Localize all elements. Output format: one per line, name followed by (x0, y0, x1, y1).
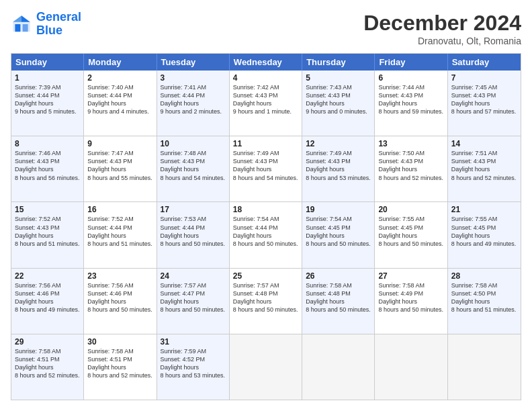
day-cell-6: 6Sunrise: 7:44 AMSunset: 4:43 PMDaylight… (375, 71, 447, 136)
day-cell-31: 31Sunrise: 7:59 AMSunset: 4:52 PMDayligh… (157, 334, 230, 400)
day-info: Sunrise: 7:47 AMSunset: 4:43 PMDaylight … (87, 149, 152, 182)
day-number: 31 (161, 337, 226, 347)
month-title: December 2024 (363, 11, 521, 36)
day-info: Sunrise: 7:49 AMSunset: 4:43 PMDaylight … (306, 149, 371, 182)
calendar-row-1: 1Sunrise: 7:39 AMSunset: 4:44 PMDaylight… (11, 71, 521, 136)
empty-cell (302, 334, 375, 400)
day-number: 28 (451, 271, 517, 281)
day-info: Sunrise: 7:39 AMSunset: 4:44 PMDaylight … (15, 83, 80, 116)
day-number: 15 (15, 205, 80, 214)
day-info: Sunrise: 7:50 AMSunset: 4:43 PMDaylight … (378, 149, 443, 182)
day-cell-18: 18Sunrise: 7:54 AMSunset: 4:44 PMDayligh… (230, 202, 302, 267)
day-cell-10: 10Sunrise: 7:48 AMSunset: 4:43 PMDayligh… (157, 136, 230, 201)
day-number: 3 (161, 73, 226, 83)
title-block: December 2024 Dranovatu, Olt, Romania (363, 11, 521, 46)
calendar-row-2: 8Sunrise: 7:46 AMSunset: 4:43 PMDaylight… (11, 136, 521, 201)
day-header-saturday: Saturday (448, 54, 521, 71)
day-cell-7: 7Sunrise: 7:45 AMSunset: 4:43 PMDaylight… (448, 71, 521, 136)
empty-cell (230, 334, 302, 400)
empty-cell (375, 334, 447, 400)
day-number: 30 (87, 337, 152, 347)
day-number: 4 (233, 73, 298, 83)
day-info: Sunrise: 7:43 AMSunset: 4:43 PMDaylight … (306, 83, 371, 116)
day-number: 17 (161, 205, 226, 214)
day-cell-29: 29Sunrise: 7:58 AMSunset: 4:51 PMDayligh… (11, 334, 84, 400)
day-info: Sunrise: 7:58 AMSunset: 4:51 PMDaylight … (87, 347, 152, 380)
day-cell-17: 17Sunrise: 7:53 AMSunset: 4:44 PMDayligh… (157, 202, 230, 267)
calendar-header: SundayMondayTuesdayWednesdayThursdayFrid… (11, 54, 521, 71)
day-cell-19: 19Sunrise: 7:54 AMSunset: 4:45 PMDayligh… (302, 202, 375, 267)
day-header-wednesday: Wednesday (230, 54, 302, 71)
day-number: 27 (378, 271, 443, 281)
day-cell-20: 20Sunrise: 7:55 AMSunset: 4:45 PMDayligh… (375, 202, 447, 267)
day-number: 19 (306, 205, 371, 214)
day-cell-13: 13Sunrise: 7:50 AMSunset: 4:43 PMDayligh… (375, 136, 447, 201)
day-info: Sunrise: 7:52 AMSunset: 4:43 PMDaylight … (15, 215, 80, 248)
day-info: Sunrise: 7:46 AMSunset: 4:43 PMDaylight … (15, 149, 80, 182)
day-cell-14: 14Sunrise: 7:51 AMSunset: 4:43 PMDayligh… (448, 136, 521, 201)
day-header-tuesday: Tuesday (157, 54, 230, 71)
day-info: Sunrise: 7:56 AMSunset: 4:46 PMDaylight … (87, 281, 152, 314)
day-info: Sunrise: 7:55 AMSunset: 4:45 PMDaylight … (451, 215, 517, 248)
svg-marker-2 (13, 15, 21, 22)
day-cell-25: 25Sunrise: 7:57 AMSunset: 4:48 PMDayligh… (230, 269, 302, 334)
day-cell-4: 4Sunrise: 7:42 AMSunset: 4:43 PMDaylight… (230, 71, 302, 136)
day-info: Sunrise: 7:58 AMSunset: 4:50 PMDaylight … (451, 281, 517, 314)
day-header-sunday: Sunday (11, 54, 84, 71)
day-number: 2 (87, 73, 152, 83)
day-number: 20 (378, 205, 443, 214)
calendar: SundayMondayTuesdayWednesdayThursdayFrid… (11, 53, 521, 400)
day-number: 9 (87, 139, 152, 148)
day-cell-11: 11Sunrise: 7:49 AMSunset: 4:43 PMDayligh… (230, 136, 302, 201)
day-cell-9: 9Sunrise: 7:47 AMSunset: 4:43 PMDaylight… (84, 136, 157, 201)
day-cell-21: 21Sunrise: 7:55 AMSunset: 4:45 PMDayligh… (448, 202, 521, 267)
day-info: Sunrise: 7:45 AMSunset: 4:43 PMDaylight … (451, 83, 517, 116)
day-cell-8: 8Sunrise: 7:46 AMSunset: 4:43 PMDaylight… (11, 136, 84, 201)
day-cell-23: 23Sunrise: 7:56 AMSunset: 4:46 PMDayligh… (84, 269, 157, 334)
day-info: Sunrise: 7:58 AMSunset: 4:49 PMDaylight … (378, 281, 443, 314)
day-number: 8 (15, 139, 80, 148)
day-cell-27: 27Sunrise: 7:58 AMSunset: 4:49 PMDayligh… (375, 269, 447, 334)
day-number: 7 (451, 73, 517, 83)
day-number: 25 (233, 271, 298, 281)
day-info: Sunrise: 7:54 AMSunset: 4:44 PMDaylight … (233, 215, 298, 248)
main-container: General Blue December 2024 Dranovatu, Ol… (0, 0, 532, 411)
day-info: Sunrise: 7:57 AMSunset: 4:47 PMDaylight … (161, 281, 226, 314)
day-info: Sunrise: 7:58 AMSunset: 4:48 PMDaylight … (306, 281, 371, 314)
day-number: 29 (15, 337, 80, 347)
empty-cell (448, 334, 521, 400)
day-cell-28: 28Sunrise: 7:58 AMSunset: 4:50 PMDayligh… (448, 269, 521, 334)
day-cell-3: 3Sunrise: 7:41 AMSunset: 4:44 PMDaylight… (157, 71, 230, 136)
day-info: Sunrise: 7:40 AMSunset: 4:44 PMDaylight … (87, 83, 152, 116)
calendar-row-5: 29Sunrise: 7:58 AMSunset: 4:51 PMDayligh… (11, 334, 521, 400)
day-number: 22 (15, 271, 80, 281)
day-cell-22: 22Sunrise: 7:56 AMSunset: 4:46 PMDayligh… (11, 269, 84, 334)
day-number: 10 (161, 139, 226, 148)
day-info: Sunrise: 7:54 AMSunset: 4:45 PMDaylight … (306, 215, 371, 248)
day-number: 14 (451, 139, 517, 148)
day-info: Sunrise: 7:58 AMSunset: 4:51 PMDaylight … (15, 347, 80, 380)
day-number: 23 (87, 271, 152, 281)
day-cell-15: 15Sunrise: 7:52 AMSunset: 4:43 PMDayligh… (11, 202, 84, 267)
day-number: 1 (15, 73, 80, 83)
day-header-monday: Monday (84, 54, 157, 71)
day-cell-5: 5Sunrise: 7:43 AMSunset: 4:43 PMDaylight… (302, 71, 375, 136)
day-number: 24 (161, 271, 226, 281)
svg-rect-3 (15, 24, 20, 32)
svg-rect-4 (23, 24, 28, 32)
logo: General Blue (11, 11, 81, 38)
day-info: Sunrise: 7:44 AMSunset: 4:43 PMDaylight … (378, 83, 443, 116)
day-number: 13 (378, 139, 443, 148)
day-header-friday: Friday (375, 54, 447, 71)
day-info: Sunrise: 7:56 AMSunset: 4:46 PMDaylight … (15, 281, 80, 314)
day-info: Sunrise: 7:51 AMSunset: 4:43 PMDaylight … (451, 149, 517, 182)
day-cell-1: 1Sunrise: 7:39 AMSunset: 4:44 PMDaylight… (11, 71, 84, 136)
location: Dranovatu, Olt, Romania (363, 36, 521, 46)
day-number: 26 (306, 271, 371, 281)
page-header: General Blue December 2024 Dranovatu, Ol… (11, 11, 521, 46)
day-number: 6 (378, 73, 443, 83)
day-cell-30: 30Sunrise: 7:58 AMSunset: 4:51 PMDayligh… (84, 334, 157, 400)
calendar-body: 1Sunrise: 7:39 AMSunset: 4:44 PMDaylight… (11, 71, 521, 400)
day-number: 18 (233, 205, 298, 214)
day-cell-16: 16Sunrise: 7:52 AMSunset: 4:44 PMDayligh… (84, 202, 157, 267)
